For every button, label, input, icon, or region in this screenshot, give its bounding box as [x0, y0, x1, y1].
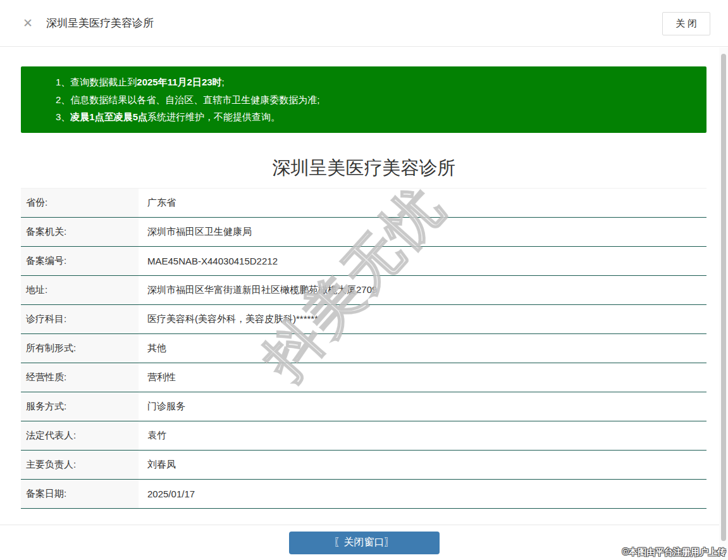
table-row: 诊疗科目:医疗美容科(美容外科，美容皮肤科)******: [21, 305, 706, 334]
field-value: 广东省: [139, 189, 706, 217]
table-row: 经营性质:营利性: [21, 363, 706, 392]
notice-line: 3、凌晨1点至凌晨5点系统进行维护，不能提供查询。: [56, 108, 694, 126]
field-label: 备案日期:: [21, 480, 139, 508]
copyright-watermark: ©本图由平台注册用户上传: [622, 547, 726, 558]
scrollbar-thumb[interactable]: [721, 54, 726, 541]
scrollbar-track[interactable]: [719, 47, 728, 560]
field-value: 2025/01/17: [139, 480, 706, 508]
field-label: 省份:: [21, 189, 139, 217]
table-row: 主要负责人:刘春凤: [21, 451, 706, 480]
field-label: 法定代表人:: [21, 421, 139, 450]
table-row: 法定代表人:袁竹: [21, 421, 706, 451]
field-value: 袁竹: [139, 421, 706, 450]
field-label: 所有制形式:: [21, 334, 139, 363]
footer-divider: [0, 525, 728, 525]
table-row: 备案机关:深圳市福田区卫生健康局: [21, 218, 706, 247]
window-header: ✕ 深圳呈美医疗美容诊所 关 闭: [0, 0, 728, 47]
field-value: 深圳市福田区华富街道新田社区橄榄鹏苑橄榄大厦2709: [139, 276, 706, 304]
page: ✕ 深圳呈美医疗美容诊所 关 闭 1、查询数据截止到2025年11月2日23时;…: [0, 0, 728, 554]
field-value: 其他: [139, 334, 706, 363]
field-label: 备案机关:: [21, 218, 139, 246]
table-row: 备案日期:2025/01/17: [21, 480, 706, 509]
field-label: 备案编号:: [21, 247, 139, 275]
notice-line: 1、查询数据截止到2025年11月2日23时;: [56, 73, 694, 91]
field-label: 经营性质:: [21, 363, 139, 392]
field-value: 刘春凤: [139, 451, 706, 479]
field-value: MAE45NAB-X44030415D2212: [139, 247, 706, 275]
field-value: 营利性: [139, 363, 706, 392]
field-label: 地址:: [21, 276, 139, 304]
close-button[interactable]: 关 闭: [662, 12, 710, 35]
field-label: 服务方式:: [21, 392, 139, 421]
main-content: 1、查询数据截止到2025年11月2日23时;2、信息数据结果以各省、自治区、直…: [0, 66, 728, 554]
clinic-name-title: 深圳呈美医疗美容诊所: [0, 154, 728, 181]
footer-area: 〖关闭窗口〗: [0, 532, 728, 554]
close-icon[interactable]: ✕: [23, 17, 33, 29]
field-label: 主要负责人:: [21, 451, 139, 479]
close-window-button[interactable]: 〖关闭窗口〗: [289, 532, 440, 554]
notice-line: 2、信息数据结果以各省、自治区、直辖市卫生健康委数据为准;: [56, 91, 694, 109]
info-table: 省份:广东省备案机关:深圳市福田区卫生健康局备案编号:MAE45NAB-X440…: [21, 188, 706, 509]
field-value: 深圳市福田区卫生健康局: [139, 218, 706, 246]
table-row: 所有制形式:其他: [21, 334, 706, 363]
table-row: 地址:深圳市福田区华富街道新田社区橄榄鹏苑橄榄大厦2709: [21, 276, 706, 305]
window-title: 深圳呈美医疗美容诊所: [46, 16, 154, 30]
field-label: 诊疗科目:: [21, 305, 139, 333]
notice-box: 1、查询数据截止到2025年11月2日23时;2、信息数据结果以各省、自治区、直…: [21, 66, 706, 133]
field-value: 门诊服务: [139, 392, 706, 421]
table-row: 备案编号:MAE45NAB-X44030415D2212: [21, 247, 706, 276]
table-row: 省份:广东省: [21, 189, 706, 218]
field-value: 医疗美容科(美容外科，美容皮肤科)******: [139, 305, 706, 333]
table-row: 服务方式:门诊服务: [21, 392, 706, 421]
